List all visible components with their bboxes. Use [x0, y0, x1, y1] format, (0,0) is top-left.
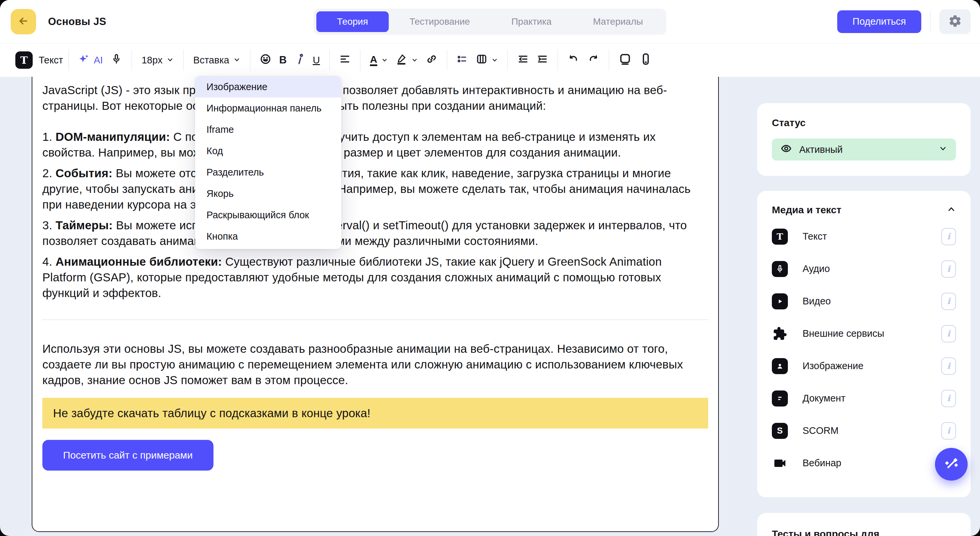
editor-canvas[interactable]: JavaScript (JS) - это язык программирова…: [32, 77, 719, 532]
media-item-text[interactable]: TТекстi: [772, 220, 956, 253]
insert-menu-item[interactable]: Разделитель: [195, 161, 341, 183]
highlight-button[interactable]: [392, 51, 422, 69]
tests-card: Тесты и вопросы для самопроверки: [757, 513, 970, 536]
outdent-button[interactable]: [513, 51, 533, 69]
media-item-document[interactable]: Документi: [772, 382, 956, 415]
info-icon[interactable]: i: [941, 422, 956, 440]
paragraph: 4. Анимационные библиотеки: Существуют р…: [42, 254, 708, 301]
font-size-select[interactable]: 18px: [137, 53, 178, 68]
top-bar: Основы JS ТеорияТестированиеПрактикаМате…: [0, 0, 980, 43]
insert-menu-item[interactable]: Раскрывающийся блок: [195, 204, 341, 226]
indent-button[interactable]: [533, 51, 552, 69]
paragraph: JavaScript (JS) - это язык программирова…: [42, 82, 708, 113]
undo-button[interactable]: [563, 51, 584, 69]
underline-button[interactable]: U: [309, 53, 324, 68]
back-button[interactable]: [11, 9, 36, 34]
underline-icon: U: [313, 54, 320, 66]
tests-section-title: Тесты и вопросы для самопроверки: [772, 528, 947, 536]
tab-Тестирование[interactable]: Тестирование: [388, 11, 491, 32]
media-item-webinar[interactable]: Вебинарi: [772, 447, 956, 479]
chevron-up-icon[interactable]: [947, 204, 956, 215]
ai-assistant-fab[interactable]: [935, 448, 968, 480]
media-item-label: Документ: [803, 393, 846, 404]
media-item-image[interactable]: Изображениеi: [772, 350, 956, 382]
services-icon: [772, 326, 788, 342]
columns-button[interactable]: [472, 51, 502, 69]
info-icon[interactable]: i: [941, 357, 956, 375]
media-card: Медиа и текст TТекстiАудиоiВидеоiВнешние…: [757, 191, 970, 497]
insert-menu-item[interactable]: Iframe: [195, 119, 341, 140]
desktop-preview-button[interactable]: [615, 51, 635, 70]
magic-wand-icon: [943, 456, 959, 472]
status-value: Активный: [799, 144, 843, 155]
example-site-button[interactable]: Посетить сайт с примерами: [42, 440, 213, 471]
callout-text: Не забудте скачать таблицу с подсказками…: [53, 407, 371, 420]
info-icon[interactable]: i: [941, 260, 956, 278]
media-item-scorm[interactable]: SSCORMi: [772, 415, 956, 447]
settings-button[interactable]: [939, 10, 970, 34]
insert-menu: ИзображениеИнформационная панельIframeКо…: [195, 76, 341, 249]
media-item-video[interactable]: Видеоi: [772, 285, 956, 317]
header-divider: [930, 11, 931, 33]
link-button[interactable]: [422, 51, 441, 69]
chevron-down-icon: [167, 55, 174, 66]
text-block-icon: T: [15, 51, 33, 69]
insert-menu-item[interactable]: Якорь: [195, 183, 341, 204]
mobile-preview-button[interactable]: [635, 51, 656, 70]
redo-button[interactable]: [584, 51, 603, 69]
tab-Практика[interactable]: Практика: [491, 11, 573, 32]
dictate-button[interactable]: [107, 51, 126, 69]
paragraph: 2. События: Вы можете отслеживать различ…: [42, 165, 708, 212]
smiley-icon: [260, 53, 271, 67]
video-icon: [772, 294, 788, 309]
media-item-services[interactable]: Внешние сервисыi: [772, 317, 956, 350]
eye-icon: [781, 143, 792, 156]
lesson-text: JavaScript (JS) - это язык программирова…: [42, 82, 708, 388]
ai-button[interactable]: AI: [75, 51, 107, 69]
tab-Теория[interactable]: Теория: [316, 11, 388, 32]
emoji-button[interactable]: [256, 51, 275, 69]
gear-icon: [948, 14, 962, 29]
align-button[interactable]: [335, 51, 355, 69]
insert-menu-item[interactable]: Информационная панель: [195, 97, 341, 119]
insert-select[interactable]: Вставка: [189, 53, 245, 68]
chevron-down-icon: [233, 55, 240, 66]
info-icon[interactable]: i: [941, 390, 956, 407]
tab-Материалы[interactable]: Материалы: [573, 11, 664, 32]
indent-icon: [537, 53, 548, 67]
columns-icon: [476, 53, 487, 67]
insert-menu-item[interactable]: Код: [195, 140, 341, 161]
bold-button[interactable]: B: [275, 52, 291, 68]
italic-icon: [295, 53, 305, 67]
chevron-down-icon: [381, 55, 388, 66]
scorm-icon: S: [772, 423, 788, 439]
section-tabs: ТеорияТестированиеПрактикаМатериалы: [313, 9, 666, 35]
status-select[interactable]: Активный: [772, 139, 956, 161]
chevron-up-icon[interactable]: [947, 534, 956, 536]
highlighter-icon: [396, 53, 407, 67]
bullet-list-button[interactable]: [453, 51, 472, 69]
mobile-icon: [640, 53, 652, 68]
outdent-icon: [517, 53, 529, 67]
header-actions: Поделиться: [837, 10, 970, 34]
status-title: Статус: [772, 117, 956, 129]
text-color-button[interactable]: A: [366, 52, 392, 69]
info-icon[interactable]: i: [941, 293, 956, 310]
media-item-audio[interactable]: Аудиоi: [772, 253, 956, 285]
audio-icon: [772, 261, 788, 277]
image-icon: [772, 358, 788, 374]
chevron-down-icon: [492, 55, 498, 66]
italic-button[interactable]: [291, 51, 309, 69]
insert-menu-item[interactable]: Кнопка: [195, 226, 341, 247]
chevron-down-icon: [411, 55, 418, 66]
info-icon[interactable]: i: [941, 228, 956, 245]
share-button[interactable]: Поделиться: [837, 10, 921, 33]
media-list: TТекстiАудиоiВидеоiВнешние сервисыiИзобр…: [772, 220, 956, 479]
insert-menu-item[interactable]: Изображение: [195, 76, 341, 97]
paragraph: 1. DOM-манипуляции: С помощью JS вы може…: [42, 129, 708, 160]
desktop-icon: [619, 53, 632, 68]
info-icon[interactable]: i: [941, 325, 956, 343]
media-item-label: Внешние сервисы: [803, 328, 884, 339]
link-icon: [426, 53, 437, 67]
text-icon: T: [772, 229, 788, 245]
